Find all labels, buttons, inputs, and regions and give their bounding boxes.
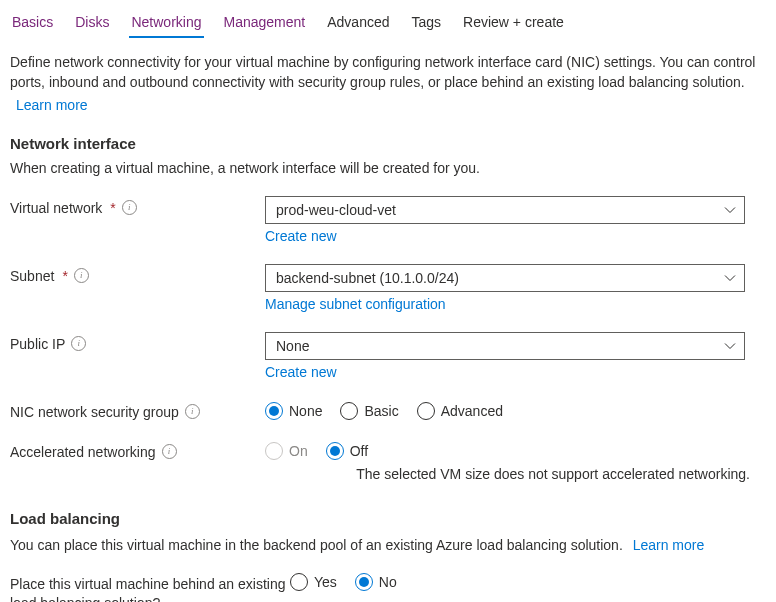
accelerated-networking-radio-off[interactable]: Off bbox=[326, 442, 368, 460]
accelerated-networking-label: Accelerated networking bbox=[10, 440, 265, 460]
network-interface-subtext: When creating a virtual machine, a netwo… bbox=[10, 160, 766, 176]
virtual-network-dropdown[interactable]: prod-weu-cloud-vet bbox=[265, 196, 745, 224]
accelerated-networking-radio-on: On bbox=[265, 442, 308, 460]
tab-disks[interactable]: Disks bbox=[73, 14, 111, 38]
nsg-radio-advanced[interactable]: Advanced bbox=[417, 402, 503, 420]
info-icon[interactable] bbox=[185, 404, 200, 419]
tab-review-create[interactable]: Review + create bbox=[461, 14, 566, 38]
public-ip-value: None bbox=[276, 338, 309, 354]
subnet-value: backend-subnet (10.1.0.0/24) bbox=[276, 270, 459, 286]
tab-networking[interactable]: Networking bbox=[129, 14, 203, 38]
section-title-load-balancing: Load balancing bbox=[10, 510, 766, 527]
chevron-down-icon bbox=[724, 340, 736, 352]
load-balancing-question: Place this virtual machine behind an exi… bbox=[10, 571, 290, 602]
nsg-label: NIC network security group bbox=[10, 400, 265, 420]
radio-icon bbox=[355, 573, 373, 591]
radio-icon bbox=[290, 573, 308, 591]
subnet-dropdown[interactable]: backend-subnet (10.1.0.0/24) bbox=[265, 264, 745, 292]
info-icon[interactable] bbox=[162, 444, 177, 459]
required-asterisk: * bbox=[62, 268, 67, 284]
networking-intro: Define network connectivity for your vir… bbox=[10, 52, 766, 115]
networking-learn-more-link[interactable]: Learn more bbox=[16, 95, 88, 115]
tab-management[interactable]: Management bbox=[222, 14, 308, 38]
radio-icon bbox=[265, 442, 283, 460]
tab-basics[interactable]: Basics bbox=[10, 14, 55, 38]
info-icon[interactable] bbox=[71, 336, 86, 351]
required-asterisk: * bbox=[110, 200, 115, 216]
virtual-network-label: Virtual network * bbox=[10, 196, 265, 216]
public-ip-dropdown[interactable]: None bbox=[265, 332, 745, 360]
load-balancing-radio-yes[interactable]: Yes bbox=[290, 573, 337, 591]
nsg-radio-none[interactable]: None bbox=[265, 402, 322, 420]
virtual-network-create-new-link[interactable]: Create new bbox=[265, 228, 337, 244]
manage-subnet-link[interactable]: Manage subnet configuration bbox=[265, 296, 446, 312]
subnet-label: Subnet * bbox=[10, 264, 265, 284]
info-icon[interactable] bbox=[122, 200, 137, 215]
load-balancing-radio-no[interactable]: No bbox=[355, 573, 397, 591]
info-icon[interactable] bbox=[74, 268, 89, 283]
accelerated-networking-note: The selected VM size does not support ac… bbox=[10, 466, 750, 482]
chevron-down-icon bbox=[724, 204, 736, 216]
tab-advanced[interactable]: Advanced bbox=[325, 14, 391, 38]
load-balancing-intro: You can place this virtual machine in th… bbox=[10, 535, 766, 553]
radio-icon bbox=[265, 402, 283, 420]
wizard-tabs: Basics Disks Networking Management Advan… bbox=[10, 14, 766, 38]
radio-icon bbox=[326, 442, 344, 460]
virtual-network-value: prod-weu-cloud-vet bbox=[276, 202, 396, 218]
public-ip-create-new-link[interactable]: Create new bbox=[265, 364, 337, 380]
public-ip-label: Public IP bbox=[10, 332, 265, 352]
chevron-down-icon bbox=[724, 272, 736, 284]
networking-intro-text: Define network connectivity for your vir… bbox=[10, 54, 755, 90]
tab-tags[interactable]: Tags bbox=[410, 14, 444, 38]
load-balancing-learn-more-link[interactable]: Learn more bbox=[633, 537, 705, 553]
radio-icon bbox=[340, 402, 358, 420]
nsg-radio-basic[interactable]: Basic bbox=[340, 402, 398, 420]
radio-icon bbox=[417, 402, 435, 420]
section-title-network-interface: Network interface bbox=[10, 135, 766, 152]
